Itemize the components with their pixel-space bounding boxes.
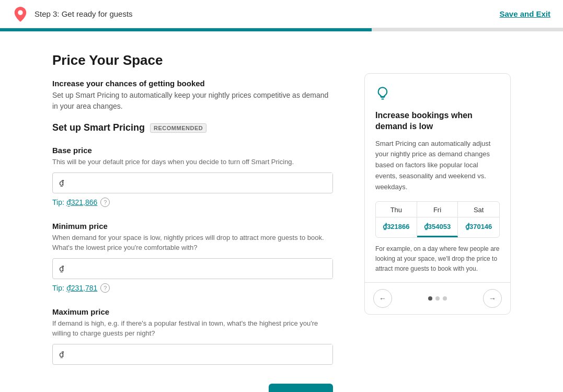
base-price-tip: Tip: ₫321,866 xyxy=(52,198,97,206)
page-title: Price Your Space xyxy=(52,52,333,68)
base-price-input-wrapper: ₫ xyxy=(52,172,333,193)
left-arrow-icon: ← xyxy=(379,294,386,303)
base-price-desc: This will be your default price for days… xyxy=(52,157,333,167)
recommended-badge: RECOMMENDED xyxy=(150,123,206,133)
maximum-price-currency: ₫ xyxy=(53,344,71,364)
step-title: Step 3: Get ready for guests xyxy=(35,9,133,18)
save-exit-button[interactable]: Save and Exit xyxy=(499,9,550,18)
card-inner: Increase bookings when demand is low Sma… xyxy=(365,74,510,282)
minimum-price-tip: Tip: ₫231,781 xyxy=(52,284,97,292)
maximum-price-input-wrapper: ₫ xyxy=(52,344,333,365)
base-price-tip-row: Tip: ₫321,866 ? xyxy=(52,198,333,207)
minimum-price-help-icon[interactable]: ? xyxy=(100,283,110,293)
calendar-prices: ₫321866 ₫354053 ₫370146 xyxy=(376,217,499,237)
card-title: Increase bookings when demand is low xyxy=(375,110,500,132)
maximum-price-input[interactable] xyxy=(71,344,332,364)
minimum-price-label: Minimum price xyxy=(52,222,333,230)
minimum-price-input[interactable] xyxy=(71,259,332,278)
smart-pricing-header: Set up Smart Pricing RECOMMENDED xyxy=(52,122,333,133)
card-next-button[interactable]: → xyxy=(483,289,502,308)
cal-price-sat: ₫370146 xyxy=(458,217,499,237)
minimum-price-tip-row: Tip: ₫231,781 ? xyxy=(52,283,333,293)
right-arrow-icon: → xyxy=(489,294,496,303)
smart-pricing-label: Set up Smart Pricing xyxy=(52,122,145,133)
card-nav: ← → xyxy=(365,282,510,314)
cal-price-thu: ₫321866 xyxy=(376,217,417,237)
minimum-price-desc: When demand for your space is low, night… xyxy=(52,233,333,253)
maximum-price-group: Maximum price If demand is high, e.g. if… xyxy=(52,307,333,365)
card-prev-button[interactable]: ← xyxy=(373,289,392,308)
lightbulb-icon xyxy=(375,86,500,104)
nav-dot-3 xyxy=(443,296,447,301)
intro-subtitle: Increase your chances of getting booked xyxy=(52,79,333,88)
cal-price-fri: ₫354053 xyxy=(417,217,458,237)
base-price-help-icon[interactable]: ? xyxy=(100,198,110,207)
card-description: Smart Pricing can automatically adjust y… xyxy=(375,139,500,193)
header-left: Step 3: Get ready for guests xyxy=(13,6,133,22)
calendar-header: Thu Fri Sat xyxy=(376,202,499,217)
base-price-group: Base price This will be your default pri… xyxy=(52,146,333,207)
nav-dot-2 xyxy=(435,296,440,301)
cal-day-thu: Thu xyxy=(376,202,417,217)
intro-description: Set up Smart Pricing to automatically ke… xyxy=(52,90,333,112)
minimum-price-input-wrapper: ₫ xyxy=(52,258,333,279)
cal-day-sat: Sat xyxy=(458,202,499,217)
main-layout: Price Your Space Increase your chances o… xyxy=(0,31,563,392)
nav-dot-1 xyxy=(428,296,432,301)
base-price-label: Base price xyxy=(52,146,333,155)
cal-day-fri: Fri xyxy=(417,202,458,217)
card-example-text: For example, on a day where few people a… xyxy=(375,244,500,274)
maximum-price-desc: If demand is high, e.g. if there's a pop… xyxy=(52,318,333,339)
calendar-mini: Thu Fri Sat ₫321866 ₫354053 ₫370146 xyxy=(375,201,500,238)
info-card: Increase bookings when demand is low Sma… xyxy=(364,73,511,315)
left-content: Price Your Space Increase your chances o… xyxy=(52,52,333,392)
next-button[interactable]: Next xyxy=(269,384,333,393)
minimum-price-group: Minimum price When demand for your space… xyxy=(52,222,333,293)
base-price-input[interactable] xyxy=(71,173,332,192)
base-price-currency: ₫ xyxy=(53,173,71,193)
minimum-price-currency: ₫ xyxy=(53,259,71,279)
footer-buttons: ‹ Back Next xyxy=(52,384,333,393)
airbnb-logo-icon xyxy=(13,6,28,22)
nav-dots xyxy=(428,296,447,301)
header: Step 3: Get ready for guests Save and Ex… xyxy=(0,0,563,28)
maximum-price-label: Maximum price xyxy=(52,307,333,316)
